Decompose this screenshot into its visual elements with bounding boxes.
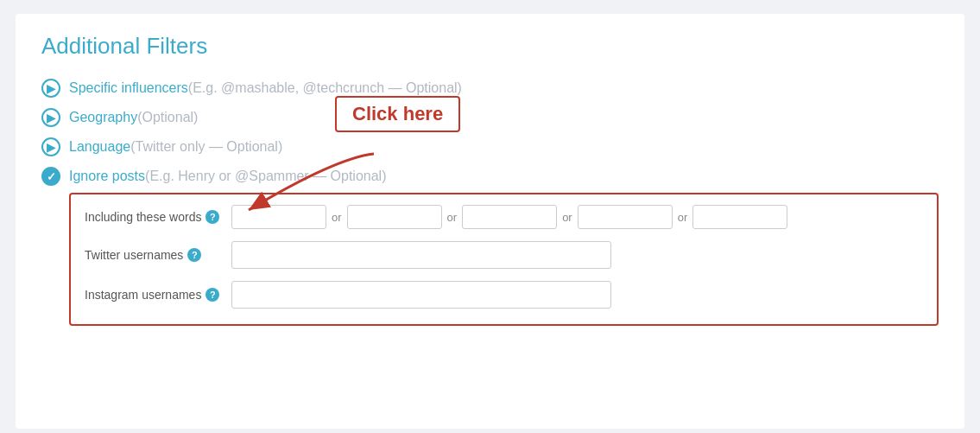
filter-label-geography: Geography	[69, 110, 137, 125]
filter-row-geography: ▶ Geography (Optional) Click here	[41, 108, 939, 127]
instagram-help-icon[interactable]: ?	[205, 288, 219, 302]
instagram-usernames-row: Instagram usernames ?	[85, 281, 923, 309]
twitter-help-icon[interactable]: ?	[187, 248, 201, 262]
word-input-5[interactable]	[692, 205, 787, 229]
word-input-3[interactable]	[462, 205, 557, 229]
filter-note-geography: (Optional)	[137, 110, 198, 125]
filter-note-specific-influencers: (E.g. @mashable, @techcrunch — Optional)	[188, 80, 462, 96]
circle-icon-specific-influencers[interactable]: ▶	[41, 79, 60, 98]
twitter-usernames-row: Twitter usernames ?	[85, 241, 923, 269]
filter-label-specific-influencers: Specific influencers	[69, 80, 188, 96]
filter-label-ignore-posts: Ignore posts	[69, 169, 145, 184]
page-title: Additional Filters	[41, 33, 939, 60]
instagram-usernames-label: Instagram usernames ?	[85, 288, 231, 302]
twitter-usernames-label: Twitter usernames ?	[85, 248, 231, 262]
or-sep-3: or	[562, 211, 572, 224]
filter-row-specific-influencers: ▶ Specific influencers (E.g. @mashable, …	[41, 79, 939, 98]
circle-icon-geography[interactable]: ▶	[41, 108, 60, 127]
checkmark-icon: ✓	[47, 170, 56, 183]
filter-row-language: ▶ Language (Twitter only — Optional)	[41, 137, 939, 156]
click-here-callout[interactable]: Click here	[335, 96, 460, 132]
twitter-username-input[interactable]	[231, 241, 611, 269]
circle-icon-ignore-posts[interactable]: ✓	[41, 167, 60, 186]
word-input-4[interactable]	[578, 205, 673, 229]
instagram-username-input[interactable]	[231, 281, 611, 309]
filter-row-ignore-posts: ✓ Ignore posts (E.g. Henry or @Spammer —…	[41, 167, 939, 186]
filter-label-language: Language	[69, 139, 130, 155]
main-container: Additional Filters ▶ Specific influencer…	[16, 14, 964, 429]
circle-icon-language[interactable]: ▶	[41, 137, 60, 156]
or-sep-2: or	[447, 211, 458, 224]
or-sep-4: or	[678, 211, 688, 224]
arrow-icon	[180, 150, 378, 219]
